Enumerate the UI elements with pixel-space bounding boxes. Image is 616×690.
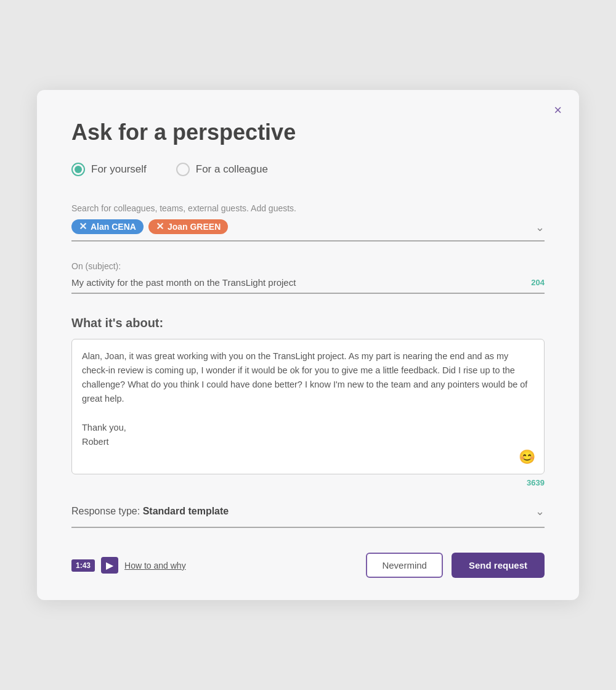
message-text: Alan, Joan, it was great working with yo…: [82, 349, 534, 449]
tag-alan[interactable]: ✕ Alan CENA: [71, 219, 144, 234]
video-play-icon[interactable]: ▶: [101, 557, 118, 574]
modal-dialog: × Ask for a perspective For yourself For…: [37, 90, 579, 600]
what-about-section: What it's about: Alan, Joan, it was grea…: [71, 316, 545, 487]
radio-label-colleague: For a colleague: [196, 163, 268, 176]
subject-char-count: 204: [531, 278, 545, 287]
search-section: Search for colleagues, teams, external g…: [71, 203, 545, 242]
radio-for-colleague[interactable]: For a colleague: [176, 163, 268, 176]
video-hint: 1:43 ▶ How to and why: [71, 557, 186, 574]
footer-buttons: Nevermind Send request: [366, 553, 545, 578]
radio-group: For yourself For a colleague: [71, 163, 545, 176]
what-about-title: What it's about:: [71, 316, 545, 330]
video-time-badge: 1:43: [71, 559, 95, 572]
radio-for-yourself[interactable]: For yourself: [71, 163, 147, 176]
subject-input[interactable]: [71, 277, 524, 288]
message-box[interactable]: Alan, Joan, it was great working with yo…: [71, 339, 545, 474]
tag-joan-label: Joan GREEN: [168, 222, 221, 232]
modal-overlay: × Ask for a perspective For yourself For…: [0, 0, 616, 690]
response-type-section[interactable]: Response type: Standard template ⌄: [71, 505, 545, 528]
tag-alan-label: Alan CENA: [91, 222, 136, 232]
tag-joan[interactable]: ✕ Joan GREEN: [148, 219, 228, 234]
emoji-icon[interactable]: 😊: [519, 449, 535, 465]
footer: 1:43 ▶ How to and why Nevermind Send req…: [71, 553, 545, 578]
subject-label: On (subject):: [71, 261, 545, 271]
radio-circle-colleague: [176, 163, 190, 176]
nevermind-button[interactable]: Nevermind: [366, 553, 443, 578]
response-type-chevron-icon[interactable]: ⌄: [535, 505, 545, 518]
subject-input-row: 204: [71, 277, 545, 294]
message-char-count: 3639: [71, 478, 545, 487]
response-type-text: Response type: Standard template: [71, 506, 229, 517]
send-request-button[interactable]: Send request: [452, 553, 545, 578]
radio-label-yourself: For yourself: [91, 163, 147, 176]
search-label: Search for colleagues, teams, external g…: [71, 203, 545, 213]
response-type-label: Response type:: [71, 506, 140, 516]
close-button[interactable]: ×: [554, 104, 562, 117]
tag-joan-close-icon[interactable]: ✕: [156, 222, 164, 232]
tag-alan-close-icon[interactable]: ✕: [79, 222, 87, 232]
radio-circle-yourself: [71, 163, 85, 176]
video-label[interactable]: How to and why: [124, 561, 186, 570]
subject-section: On (subject): 204: [71, 261, 545, 294]
response-type-value: Standard template: [143, 506, 229, 516]
modal-title: Ask for a perspective: [71, 120, 545, 145]
search-chevron-icon[interactable]: ⌄: [535, 221, 545, 234]
search-field[interactable]: ✕ Alan CENA ✕ Joan GREEN ⌄: [71, 219, 545, 242]
